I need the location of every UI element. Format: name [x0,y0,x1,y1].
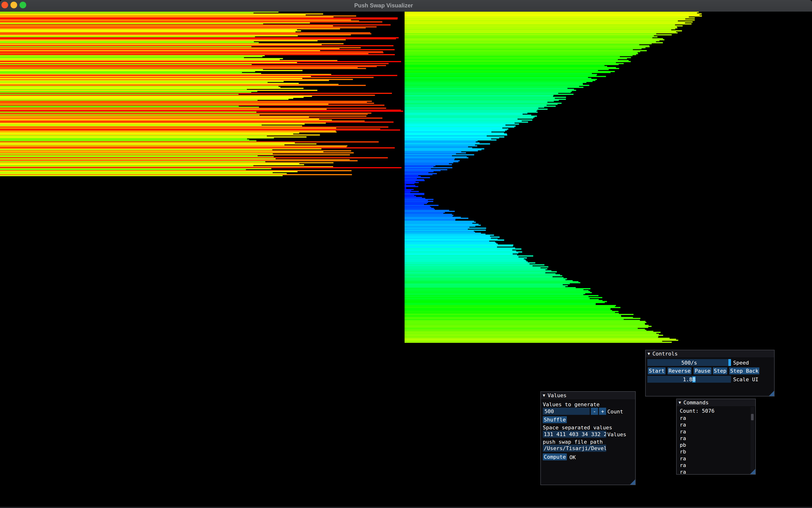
command-row: rb [680,449,686,455]
speed-label: Speed [733,360,749,366]
count-plus-button[interactable]: + [599,408,606,415]
command-row: pb [680,442,686,449]
values-input-label: Values [607,431,626,437]
values-generate-label: Values to generate [543,401,599,408]
controls-window: ▼ Controls 500/s Speed Start Reverse Pau… [645,350,775,396]
command-row: ra [680,469,686,475]
pause-button[interactable]: Pause [694,368,712,374]
path-input[interactable]: /Users/Tisarji/Devel [543,444,606,452]
commands-count: Count: 5076 [680,408,715,414]
step-back-button[interactable]: Step Back [729,368,759,374]
resize-grip[interactable] [750,469,755,474]
compute-status: OK [569,454,576,460]
speed-slider-grab[interactable] [728,359,731,366]
path-label: push_swap file path [543,439,603,445]
bottom-edge [0,507,812,508]
stack-visualization-canvas [0,0,812,345]
close-button[interactable] [1,2,8,8]
commands-window-title: Commands [683,399,709,406]
count-minus-button[interactable]: - [591,408,598,415]
command-row: ra [680,462,686,469]
values-window: ▼ Values Values to generate 500 - + Coun… [540,391,636,485]
reverse-button[interactable]: Reverse [668,368,691,374]
collapse-icon[interactable]: ▼ [679,400,681,405]
resize-grip[interactable] [769,391,774,396]
path-input-value: /Users/Tisarji/Devel [544,445,606,451]
step-button[interactable]: Step [713,368,727,374]
compute-button[interactable]: Compute [543,454,567,460]
collapse-icon[interactable]: ▼ [543,393,545,397]
scale-ui-input[interactable]: 1.88 [647,376,731,383]
commands-scrollbar[interactable] [751,407,754,473]
command-row: ra [680,422,686,428]
count-label: Count [607,409,623,415]
minimize-button[interactable] [10,2,17,8]
scale-ui-value: 1.88 [647,377,731,382]
start-button[interactable]: Start [648,368,666,374]
count-input[interactable]: 500 [543,408,590,415]
speed-slider-value: 500/s [647,360,731,366]
command-row: ra [680,415,686,422]
commands-window-titlebar[interactable]: ▼ Commands [677,399,755,406]
commands-list: rarararapbrbrarara [680,415,686,476]
scrollbar-thumb[interactable] [751,414,754,420]
scale-ui-label: Scale UI [733,377,758,382]
count-input-value: 500 [545,409,554,414]
command-row: ra [680,435,686,442]
shuffle-button[interactable]: Shuffle [543,416,567,423]
titlebar: Push Swap Visualizer [0,0,812,12]
window-title: Push Swap Visualizer [354,2,413,9]
values-window-title: Values [548,392,566,398]
command-row: ra [680,428,686,435]
controls-window-titlebar[interactable]: ▼ Controls [646,350,774,357]
commands-window: ▼ Commands Count: 5076 rarararapbrbrarar… [676,398,756,475]
speed-slider[interactable]: 500/s [647,359,731,366]
values-input[interactable]: 131 411 403 34 332 2 [543,431,606,438]
collapse-icon[interactable]: ▼ [648,352,650,356]
text-cursor: 8 [692,377,695,382]
space-separated-label: Space separated values [543,425,612,431]
resize-grip[interactable] [630,479,635,484]
command-row: ra [680,455,686,462]
zoom-button[interactable] [19,2,26,8]
controls-window-title: Controls [652,351,678,357]
values-input-value: 131 411 403 34 332 2 [544,431,606,437]
values-window-titlebar[interactable]: ▼ Values [541,392,635,399]
